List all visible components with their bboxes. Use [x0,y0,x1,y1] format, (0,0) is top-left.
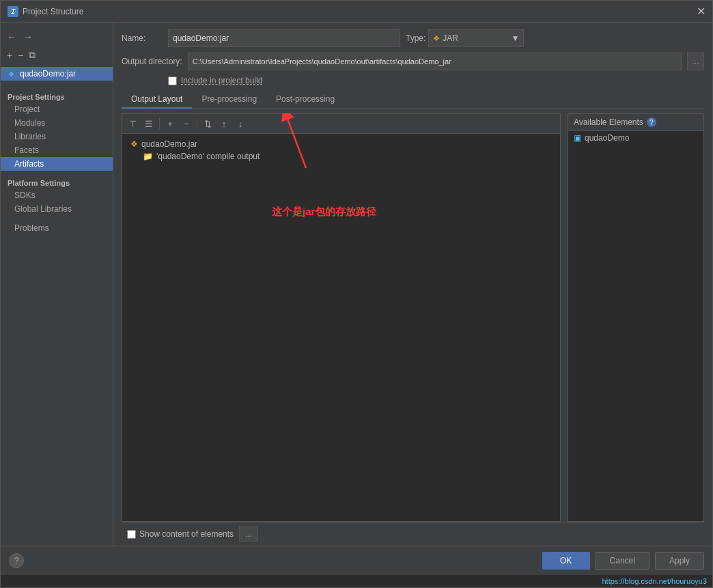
tab-output-layout[interactable]: Output Layout [122,91,192,109]
include-label: Include in project build [181,76,262,85]
tree-content: ❖ qudaoDemo.jar 📁 'qudaoDemo' compile ou… [122,134,560,521]
artifact-list-item-label: qudaoDemo:jar [20,69,76,79]
tree-root-item[interactable]: ❖ qudaoDemo.jar [128,138,555,150]
tb-separator-2 [197,118,197,129]
sidebar: ← → + − ⧉ ❖ qudaoDemo:jar Project Settin… [1,23,113,546]
tb-btn-layout[interactable]: ⊤ [125,116,140,131]
sidebar-item-sdks[interactable]: SDKs [1,188,113,202]
output-dir-label: Output directory: [122,57,182,66]
content-toolbar: ⊤ ☰ + − ⇅ ↑ ↓ [122,114,560,134]
jar-artifact-icon: ❖ [6,69,16,79]
nav-back-button[interactable]: ← [5,31,18,43]
sidebar-item-artifacts[interactable]: Artifacts [1,157,113,171]
available-item-label: qudaoDemo [585,133,629,143]
right-panel: Name: Type: ❖ JAR ▼ Output directory: … [113,23,712,546]
show-content-row: Show content of elements [127,529,234,539]
sidebar-item-global-libraries-label: Global Libraries [14,204,72,214]
help-button[interactable]: ? [9,553,24,568]
sidebar-copy-button[interactable]: ⧉ [27,48,38,61]
tb-btn-sort[interactable]: ⇅ [200,116,215,131]
module-icon: ▣ [574,133,581,143]
include-checkbox[interactable] [168,76,177,85]
sidebar-item-project-label: Project [14,104,40,114]
main-content: ← → + − ⧉ ❖ qudaoDemo:jar Project Settin… [1,23,712,546]
type-select-wrapper: Type: ❖ JAR ▼ [406,29,524,47]
cancel-button[interactable]: Cancel [596,552,649,570]
available-header: Available Elements ? [568,114,703,131]
name-row: Name: Type: ❖ JAR ▼ [122,29,704,47]
sidebar-remove-button[interactable]: − [16,49,25,61]
sidebar-item-modules-label: Modules [14,118,45,128]
jar-file-icon: ❖ [130,139,138,149]
sidebar-item-problems[interactable]: Problems [1,221,113,235]
tb-btn-list[interactable]: ☰ [141,116,156,131]
intellij-icon: 𝓘 [8,6,18,17]
footer: ? OK Cancel Apply [1,546,712,575]
nav-fwd-button[interactable]: → [21,31,35,43]
type-label: Type: [406,33,425,43]
type-dropdown-icon: ▼ [511,33,519,43]
available-elements-panel: Available Elements ? ▣ qudaoDemo [568,113,704,522]
project-settings-label: Project Settings [1,90,113,102]
tb-btn-up[interactable]: ↑ [216,116,232,131]
nav-toolbar: ← → [1,28,113,46]
apply-button[interactable]: Apply [655,552,704,570]
title-bar-left: 𝓘 Project Structure [8,6,83,17]
title-bar: 𝓘 Project Structure ✕ [1,1,712,23]
output-dir-row: Output directory: … [122,53,704,70]
platform-settings-label: Platform Settings [1,176,113,188]
artifacts-list: ❖ qudaoDemo:jar [1,64,113,83]
tree-child-label: 'qudaoDemo' compile output [156,152,260,161]
sidebar-item-facets-label: Facets [14,145,39,155]
tree-children: 📁 'qudaoDemo' compile output [128,150,555,163]
tab-pre-processing[interactable]: Pre-processing [192,91,266,109]
left-content-panel: ⊤ ☰ + − ⇅ ↑ ↓ ❖ qudaoDemo.jar [122,113,561,522]
available-elements-label: Available Elements [574,117,643,127]
sidebar-add-button[interactable]: + [5,49,14,61]
bottom-row: Show content of elements ... [122,522,704,546]
sidebar-item-modules[interactable]: Modules [1,116,113,130]
show-content-label: Show content of elements [139,529,234,539]
sidebar-item-problems-label: Problems [14,223,49,233]
sidebar-item-libraries[interactable]: Libraries [1,130,113,143]
sidebar-item-artifacts-label: Artifacts [14,159,44,169]
type-select[interactable]: ❖ JAR ▼ [428,29,524,47]
tabs-bar: Output Layout Pre-processing Post-proces… [122,91,704,109]
tb-separator-1 [159,118,160,129]
sidebar-item-project[interactable]: Project [1,102,113,116]
jar-type-icon: ❖ [433,34,440,43]
tb-btn-down[interactable]: ↓ [233,116,248,131]
content-area: ⊤ ☰ + − ⇅ ↑ ↓ ❖ qudaoDemo.jar [122,113,704,522]
tb-btn-remove[interactable]: − [179,116,194,131]
url-bar: https://blog.csdn.net/houruoyu3 [1,575,712,587]
sidebar-item-global-libraries[interactable]: Global Libraries [1,202,113,216]
sidebar-item-facets[interactable]: Facets [1,143,113,157]
show-content-button[interactable]: ... [239,527,258,542]
sidebar-item-libraries-label: Libraries [14,132,46,141]
type-value: JAR [443,33,458,43]
include-checkbox-row: Include in project build [122,76,704,85]
name-label: Name: [122,33,163,43]
browse-button[interactable]: … [687,53,704,70]
compile-output-icon: 📁 [143,152,153,161]
tab-post-processing[interactable]: Post-processing [266,91,344,109]
available-help-icon[interactable]: ? [647,117,656,127]
show-content-checkbox[interactable] [127,530,136,539]
footer-right: OK Cancel Apply [542,552,704,570]
artifact-list-item[interactable]: ❖ qudaoDemo:jar [1,67,113,81]
close-button[interactable]: ✕ [697,6,705,17]
dialog-title: Project Structure [23,7,83,16]
ok-button[interactable]: OK [542,552,590,570]
available-list-item[interactable]: ▣ qudaoDemo [568,131,703,145]
tb-btn-add[interactable]: + [163,116,178,131]
sidebar-toolbar: + − ⧉ [1,46,113,64]
footer-left: ? [9,553,24,568]
tree-root-label: qudaoDemo.jar [141,139,197,149]
project-structure-dialog: 𝓘 Project Structure ✕ ← → + − ⧉ ❖ qudaoD… [0,0,713,588]
name-input[interactable] [168,29,400,47]
tree-child-item[interactable]: 📁 'qudaoDemo' compile output [140,150,555,163]
output-dir-input[interactable] [188,53,682,70]
sidebar-item-sdks-label: SDKs [14,191,36,200]
url-text: https://blog.csdn.net/houruoyu3 [602,577,708,585]
